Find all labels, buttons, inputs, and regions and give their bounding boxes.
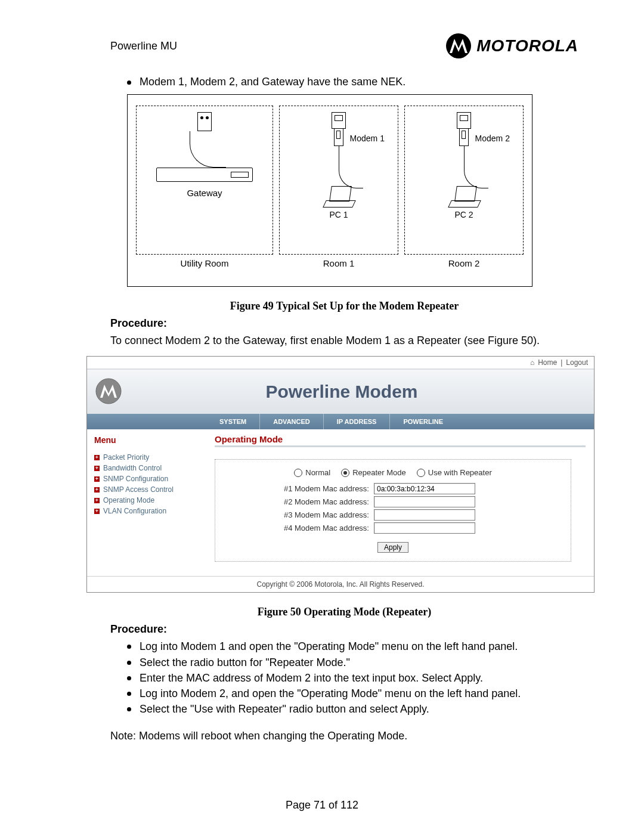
mac2-label: #2 Modem Mac address: (268, 497, 369, 506)
sidebar-item-packet-priority[interactable]: +Packet Priority (87, 452, 206, 463)
mac1-label: #1 Modem Mac address: (268, 484, 369, 493)
radio-icon (294, 469, 302, 477)
expand-icon: + (94, 476, 100, 482)
mac1-input[interactable] (374, 483, 475, 494)
radio-icon (417, 469, 425, 477)
motorola-m-icon (95, 378, 122, 406)
modem1-outlet-icon (332, 112, 346, 129)
page-number: Page 71 of 112 (0, 799, 644, 812)
pc1-label: PC 1 (329, 210, 348, 219)
figure-50-caption: Figure 50 Operating Mode (Repeater) (110, 606, 578, 618)
sidebar-item-vlan-configuration[interactable]: +VLAN Configuration (87, 506, 206, 516)
doc-title: Powerline MU (110, 40, 177, 52)
procedure-heading-1: Procedure: (110, 317, 578, 330)
modem2-icon (459, 129, 469, 146)
bullet-icon (127, 707, 131, 711)
expand-icon: + (94, 466, 100, 471)
sidebar-item-snmp-configuration[interactable]: +SNMP Configuration (87, 473, 206, 484)
motorola-logo-icon (445, 33, 472, 59)
sidebar-item-label: Packet Priority (103, 453, 149, 462)
radio-label: Use with Repeater (428, 468, 492, 477)
radio-label: Normal (305, 468, 330, 477)
step-text: Log into Modem 2, and open the "Operatin… (140, 686, 521, 701)
list-item: Log into Modem 1 and open the "Operating… (127, 639, 578, 654)
home-icon: ⌂ (530, 358, 534, 367)
modem2-outlet-icon (457, 112, 471, 129)
note-text: Note: Modems will reboot when changing t… (110, 730, 578, 742)
sidebar-item-operating-mode[interactable]: +Operating Mode (87, 495, 206, 506)
modem2-label: Modem 2 (475, 134, 510, 143)
sidebar-item-label: SNMP Configuration (103, 475, 168, 483)
mac3-input[interactable] (374, 509, 475, 521)
nav-bar: SYSTEM ADVANCED IP ADDRESS POWERLINE (87, 414, 594, 429)
nav-ipaddress[interactable]: IP ADDRESS (323, 414, 390, 429)
expand-icon: + (94, 487, 100, 493)
list-item: Enter the MAC address of Modem 2 into th… (127, 671, 578, 685)
utility-caption: Utility Room (136, 258, 273, 268)
radio-label: Repeater Mode (352, 468, 406, 477)
brand: MOTOROLA (445, 33, 578, 59)
sidebar-item-label: VLAN Configuration (103, 507, 166, 515)
figure-49-diagram: Gateway Modem 1 PC 1 Modem 2 (127, 94, 532, 287)
pc1-icon (322, 186, 355, 208)
step-text: Select the "Use with Repeater" radio but… (140, 703, 429, 715)
top-divider: | (561, 358, 562, 367)
radio-icon (341, 469, 349, 477)
mac4-label: #4 Modem Mac address: (268, 524, 369, 532)
nav-system[interactable]: SYSTEM (206, 414, 259, 429)
modem1-label: Modem 1 (350, 134, 385, 143)
sidebar-item-label: Operating Mode (103, 496, 154, 504)
sidebar-item-label: Bandwidth Control (103, 464, 162, 472)
radio-normal[interactable]: Normal (294, 468, 330, 477)
apply-button[interactable]: Apply (377, 542, 408, 553)
content-title: Operating Mode (215, 434, 283, 447)
pc2-label: PC 2 (454, 210, 473, 219)
logout-link[interactable]: Logout (566, 358, 588, 367)
step-text: Log into Modem 1 and open the "Operating… (140, 639, 518, 654)
svg-point-1 (96, 379, 121, 404)
mac2-input[interactable] (374, 496, 475, 507)
gateway-icon (156, 168, 253, 182)
sidebar-item-label: SNMP Access Control (103, 485, 174, 494)
room2-caption: Room 2 (404, 258, 524, 268)
home-link[interactable]: Home (538, 358, 557, 367)
brand-text: MOTOROLA (476, 36, 578, 55)
list-item: Select the radio button for "Repeater Mo… (127, 655, 578, 670)
mac3-label: #3 Modem Mac address: (268, 510, 369, 519)
procedure-intro: To connect Modem 2 to the Gateway, first… (110, 333, 578, 348)
sidebar-item-bandwidth-control[interactable]: +Bandwidth Control (87, 463, 206, 473)
figure-50-screenshot: ⌂ Home | Logout Powerline Modem SYSTEM A… (86, 356, 595, 593)
svg-point-0 (446, 33, 471, 58)
bullet-icon (127, 692, 131, 696)
menu-heading: Menu (87, 429, 206, 452)
mac4-input[interactable] (374, 522, 475, 534)
procedure-heading-2: Procedure: (110, 623, 578, 636)
room1-caption: Room 1 (279, 258, 398, 268)
procedure-steps: Log into Modem 1 and open the "Operating… (127, 639, 578, 716)
list-item: Log into Modem 2, and open the "Operatin… (127, 686, 578, 701)
pc2-icon (447, 186, 481, 208)
step-text: Select the radio button for "Repeater Mo… (140, 655, 350, 670)
nav-powerline[interactable]: POWERLINE (389, 414, 456, 429)
bullet-icon (127, 676, 131, 680)
expand-icon: + (94, 509, 100, 514)
expand-icon: + (94, 498, 100, 503)
radio-use-with-repeater[interactable]: Use with Repeater (417, 468, 492, 477)
bullet-icon (127, 80, 131, 85)
operating-mode-panel: Normal Repeater Mode Use with Repeater #… (215, 459, 571, 562)
gateway-label: Gateway (187, 188, 222, 198)
intro-bullet: Modem 1, Modem 2, and Gateway have the s… (140, 76, 405, 88)
utility-room-box: Gateway (136, 106, 273, 255)
modem1-icon (334, 129, 343, 146)
power-outlet-icon (197, 112, 212, 131)
bullet-icon (127, 661, 131, 665)
radio-repeater-mode[interactable]: Repeater Mode (341, 468, 406, 477)
screenshot-footer: Copyright © 2006 Motorola, Inc. All Righ… (87, 576, 594, 592)
list-item: Select the "Use with Repeater" radio but… (127, 702, 578, 716)
expand-icon: + (94, 455, 100, 460)
nav-advanced[interactable]: ADVANCED (259, 414, 323, 429)
banner-title: Powerline Modem (134, 382, 586, 402)
room1-box: Modem 1 PC 1 (279, 106, 398, 255)
sidebar-item-snmp-access-control[interactable]: +SNMP Access Control (87, 484, 206, 495)
step-text: Enter the MAC address of Modem 2 into th… (140, 672, 483, 684)
